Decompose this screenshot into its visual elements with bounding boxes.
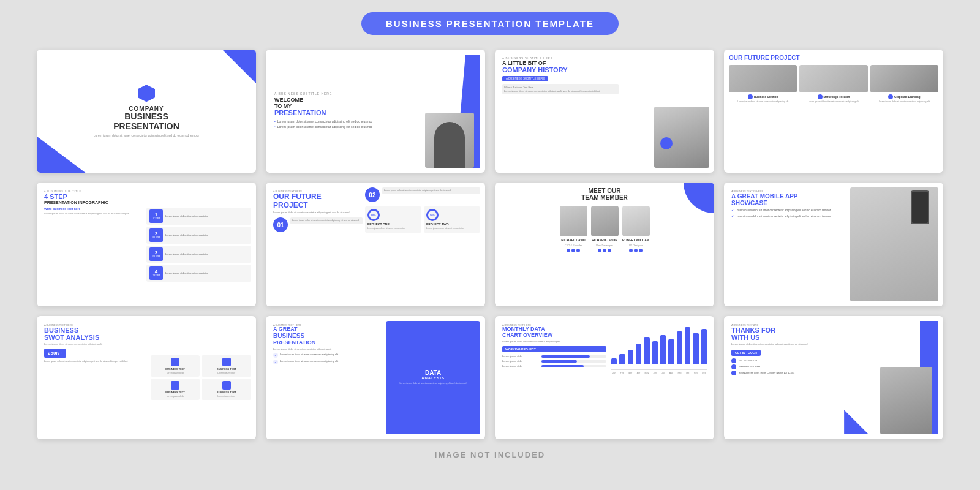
slide7-avatar-3 (622, 206, 650, 236)
slide10-check-2: Lorem ipsum dolor sit amet consectetur a… (273, 360, 383, 364)
swot-item-3: BUSINESS TEXT Lorem ipsum dolor (151, 379, 200, 400)
slide2-person-image (425, 113, 474, 168)
chart-label-9: Oct (685, 372, 690, 374)
chart-bar-4 (644, 337, 649, 364)
slide-7-meet-team[interactable]: MEET OUR TEAM MEMBER MICHAEL DAVID CEO &… (495, 183, 714, 306)
slide-1-business-presentation[interactable]: COMPANY BUSINESS PRESENTATION Lorem ipsu… (37, 50, 256, 173)
slide11-prog-label-3: Lorem ipsum dolor (502, 364, 539, 368)
chart-labels: JanFebMarAprMayJunJulAugSepOctNovDec (611, 372, 707, 374)
step-4: 4 TH STEP Lorem ipsum dolor sit amet con… (146, 265, 251, 282)
slide4-dot-3 (888, 94, 893, 99)
step-num-1: 1 (155, 212, 157, 217)
social-icon-9[interactable] (639, 249, 643, 252)
slide7-avatar-1 (560, 206, 587, 236)
page-wrapper: BUSINESS PRESENTATION TEMPLATE COMPANY B… (0, 0, 980, 490)
slide3-text-box: Write A Business Text Here Lorem ipsum d… (502, 84, 619, 94)
swot-icon-4 (222, 381, 231, 390)
chart-label-8: Sep (677, 372, 682, 374)
slide11-prog-fill-1 (541, 355, 590, 358)
chart-label-1: Feb (619, 372, 625, 374)
slide6-num-badge-01: 01 (273, 217, 288, 232)
slide12-person-image (880, 367, 932, 434)
slide3-person-image (654, 107, 709, 168)
swot-item-1: BUSINESS TEXT Lorem ipsum dolor (151, 355, 200, 377)
chart-bar-7 (668, 339, 674, 364)
swot-icon-1 (171, 358, 179, 366)
slide10-data-title: DATA (425, 369, 441, 376)
chart-label-7: Aug (668, 372, 674, 374)
slide6-prog-circle-2: 90% (426, 209, 439, 221)
slide2-to: TO MY (274, 103, 382, 109)
slide-3-company-history[interactable]: A BUSINESS SUBTITLE HERE A LITTLE BIT OF… (495, 50, 714, 173)
slide-8-mobile-app[interactable]: A BUSINESS TEXT IS HERE A GREAT MOBILE A… (724, 183, 943, 306)
social-icon-1[interactable] (567, 249, 570, 252)
slide5-desc: Lorem ipsum dolor sit amet consectetur a… (44, 212, 144, 216)
slide7-avatar-2 (591, 206, 619, 236)
swot-label-2: BUSINESS TEXT (217, 368, 236, 371)
email-icon (731, 364, 736, 369)
slide4-img-block-3: Corporate Branding Lorem ipsum dolor sit… (870, 65, 938, 104)
social-icon-4[interactable] (598, 249, 601, 252)
slide7-icons-1 (567, 249, 580, 252)
social-icon-7[interactable] (629, 249, 633, 252)
slide8-check-1: Lorem ipsum dolor sit amet consectetur a… (731, 209, 848, 213)
address-icon (731, 371, 736, 375)
slide12-address-row: Your Address Goes Here, Country Name, Ab… (731, 371, 842, 375)
slide12-contact-items: +01 765 446 768 WebSite.GovT.Here Your A… (731, 358, 842, 375)
slide8-right (850, 187, 938, 301)
social-icon-8[interactable] (634, 249, 638, 252)
slide4-name-1: Business Solution (754, 96, 778, 99)
slide9-title: BUSINESS SWOT ANALYSIS (44, 326, 148, 341)
slide2-presentation: PRESENTATION (274, 109, 382, 116)
chart-label-11: Dec (701, 372, 707, 374)
chart-bar-1 (619, 354, 625, 364)
slide-10-data-analysis[interactable]: A SUB MISS TEXT HERE A GREAT BUSINESS PR… (266, 316, 485, 439)
slide7-members: MICHAEL DAVID CEO & Founder RICHARD JASO… (560, 206, 650, 252)
slide-4-future-project[interactable]: OUR FUTURE PROJECT Business Solution Lor… (724, 50, 943, 173)
slide4-name-3: Corporate Branding (894, 96, 921, 99)
step-2: 2 ND STEP Lorem ipsum dolor sit amet con… (146, 227, 251, 244)
social-icon-3[interactable] (576, 249, 580, 252)
step-label-2: ND STEP (152, 236, 160, 239)
slide12-desc: Lorem ipsum dolor sit amet consectetur a… (731, 342, 842, 346)
chart-bar-9 (685, 327, 690, 364)
swot-desc-2: Lorem ipsum dolor (217, 372, 235, 374)
slide4-desc-2: Lorem ipsum dolor sit amet consectetur a… (808, 100, 859, 104)
social-icon-5[interactable] (603, 249, 606, 252)
slide6-proj2-title: PROJECT TWO (426, 222, 449, 226)
slide-5-infographic[interactable]: A BUSINESS SUB TITLE 4 STEP PRESENTATION… (37, 183, 256, 306)
chart-bar-3 (636, 344, 641, 364)
slide6-project-1: 80% PROJECT ONE Lorem ipsum dolor sit am… (365, 206, 421, 233)
slide12-phone-row: +01 765 446 768 (731, 358, 842, 363)
slide11-prog-label-2: Lorem ipsum dolor (502, 360, 539, 363)
slide10-data-text: Lorem ipsum dolor sit amet consectetur a… (400, 382, 467, 385)
slide11-prog-3: Lorem ipsum dolor (502, 364, 606, 368)
slide5-right: 1 ST STEP Lorem ipsum dolor sit amet con… (146, 187, 251, 301)
slide6-prog-circle-1: 80% (368, 209, 380, 221)
slide4-label-2: Marketing Research (818, 94, 850, 99)
swot-desc-1: Lorem ipsum dolor (167, 372, 184, 374)
slide10-left: A SUB MISS TEXT HERE A GREAT BUSINESS PR… (271, 321, 386, 434)
social-icon-2[interactable] (571, 249, 575, 252)
slide11-title: MONTHLY DATA CHART OVERVIEW (502, 326, 606, 339)
chart-bar-6 (660, 335, 666, 364)
social-icon-6[interactable] (608, 249, 611, 252)
slide6-left: A BUSINESS TEXT HERE OUR FUTURE PROJECT … (271, 187, 365, 301)
slide9-bottom-text: Lorem ipsum dolor sit amet consectetur a… (44, 360, 148, 363)
swot-label-3: BUSINESS TEXT (165, 391, 185, 394)
slide-11-chart[interactable]: A BUSINESS TEXT HERE MONTHLY DATA CHART … (495, 316, 714, 439)
slide-2-welcome[interactable]: A BUSINESS SUBTITLE HERE WELCOME TO MY P… (266, 50, 485, 173)
chart-bar-10 (693, 333, 698, 364)
step-text-4: Lorem ipsum dolor sit amet consectetur (165, 271, 208, 274)
slide-9-swot[interactable]: A BUSINESS TEXT HERE BUSINESS SWOT ANALY… (37, 316, 256, 439)
slide2-bullet1: Lorem ipsum dolor sit amet consectetur a… (274, 119, 382, 124)
slide1-desc: Lorem ipsum dolor sit amet consectetur a… (94, 134, 200, 138)
slide11-prog-label-1: Lorem ipsum dolor (502, 355, 539, 358)
slide-12-thanks[interactable]: A BUSINESS TEXT AND THANKS FOR WITH US L… (724, 316, 943, 439)
slide6-project-2: 90% PROJECT TWO Lorem ipsum dolor sit am… (424, 206, 480, 233)
slide4-title: OUR FUTURE PROJECT (729, 55, 800, 61)
slide-6-future-project-02[interactable]: A BUSINESS TEXT HERE OUR FUTURE PROJECT … (266, 183, 485, 306)
slide7-icons-3 (629, 249, 643, 252)
footer-note: IMAGE NOT INCLUDED (435, 450, 545, 459)
slide7-blue-shape (684, 183, 714, 213)
